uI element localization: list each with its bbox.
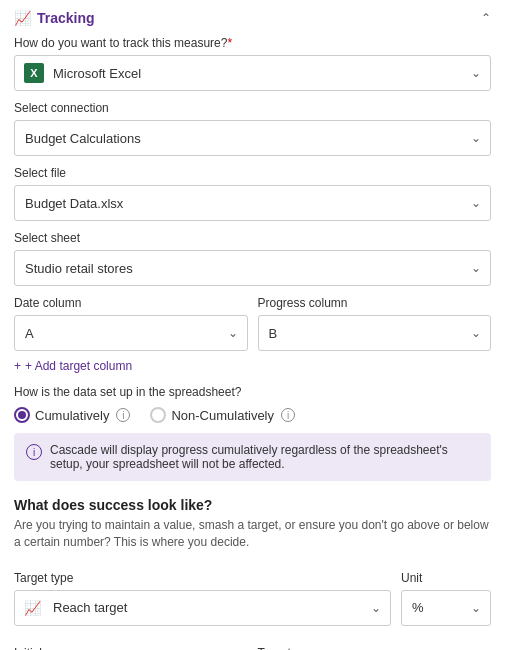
- unit-select-wrapper: % ⌄: [401, 590, 491, 626]
- target-label: Target: [258, 646, 492, 650]
- non-cumulative-radio[interactable]: [150, 407, 166, 423]
- progress-column-select[interactable]: B: [258, 315, 492, 351]
- non-cumulative-label: Non-Cumulatively: [171, 408, 274, 423]
- initial-target-row: Initial Target: [14, 636, 491, 650]
- success-title: What does success look like?: [14, 497, 491, 513]
- non-cumulative-info-icon: i: [281, 408, 295, 422]
- initial-col: Initial: [14, 636, 248, 650]
- success-section: What does success look like? Are you try…: [14, 497, 491, 650]
- collapse-button[interactable]: ⌃: [481, 11, 491, 25]
- info-box: i Cascade will display progress cumulati…: [14, 433, 491, 481]
- select-sheet-label: Select sheet: [14, 231, 491, 245]
- target-type-select-wrapper: 📈 Reach target ⌄: [14, 590, 391, 626]
- sheet-select[interactable]: Studio retail stores: [14, 250, 491, 286]
- progress-column-col: Progress column B ⌄: [258, 286, 492, 351]
- track-method-select-wrapper: X Microsoft Excel ⌄: [14, 55, 491, 91]
- file-select-wrapper: Budget Data.xlsx ⌄: [14, 185, 491, 221]
- progress-column-select-wrapper: B ⌄: [258, 315, 492, 351]
- target-type-col: Target type 📈 Reach target ⌄: [14, 561, 391, 626]
- section-title: 📈 Tracking: [14, 10, 95, 26]
- cumulative-radio[interactable]: [14, 407, 30, 423]
- target-type-label: Target type: [14, 571, 391, 585]
- progress-column-label: Progress column: [258, 296, 492, 310]
- info-box-icon: i: [26, 444, 42, 460]
- info-box-text: Cascade will display progress cumulative…: [50, 443, 479, 471]
- target-unit-row: Target type 📈 Reach target ⌄ Unit %: [14, 561, 491, 626]
- date-column-select[interactable]: A: [14, 315, 248, 351]
- unit-select[interactable]: %: [401, 590, 491, 626]
- non-cumulative-option[interactable]: Non-Cumulatively i: [150, 407, 295, 423]
- section-title-label: Tracking: [37, 10, 95, 26]
- tracking-panel: 📈 Tracking ⌃ How do you want to track th…: [0, 0, 505, 650]
- columns-row: Date column A ⌄ Progress column B ⌄: [14, 286, 491, 351]
- cumulative-label: Cumulatively: [35, 408, 109, 423]
- section-header: 📈 Tracking ⌃: [14, 10, 491, 26]
- date-column-select-wrapper: A ⌄: [14, 315, 248, 351]
- data-setup-radio-group: Cumulatively i Non-Cumulatively i: [14, 407, 491, 423]
- select-connection-label: Select connection: [14, 101, 491, 115]
- reach-target-icon: 📈: [24, 600, 41, 616]
- add-target-column-label: + Add target column: [25, 359, 132, 373]
- plus-icon: +: [14, 359, 21, 373]
- initial-label: Initial: [14, 646, 248, 650]
- data-setup-label: How is the data set up in the spreadshee…: [14, 385, 491, 399]
- target-col: Target: [258, 636, 492, 650]
- add-target-column-link[interactable]: + + Add target column: [14, 359, 132, 373]
- unit-col: Unit % ⌄: [401, 561, 491, 626]
- date-column-col: Date column A ⌄: [14, 286, 248, 351]
- select-file-label: Select file: [14, 166, 491, 180]
- date-column-label: Date column: [14, 296, 248, 310]
- track-method-select[interactable]: Microsoft Excel: [14, 55, 491, 91]
- connection-select-wrapper: Budget Calculations ⌄: [14, 120, 491, 156]
- cumulative-option[interactable]: Cumulatively i: [14, 407, 130, 423]
- unit-label: Unit: [401, 571, 491, 585]
- sheet-select-wrapper: Studio retail stores ⌄: [14, 250, 491, 286]
- tracking-icon: 📈: [14, 10, 31, 26]
- how-to-track-label: How do you want to track this measure?*: [14, 36, 491, 50]
- connection-select[interactable]: Budget Calculations: [14, 120, 491, 156]
- file-select[interactable]: Budget Data.xlsx: [14, 185, 491, 221]
- excel-icon: X: [24, 63, 44, 83]
- success-desc: Are you trying to maintain a value, smas…: [14, 517, 491, 551]
- target-type-select[interactable]: Reach target: [14, 590, 391, 626]
- cumulative-info-icon: i: [116, 408, 130, 422]
